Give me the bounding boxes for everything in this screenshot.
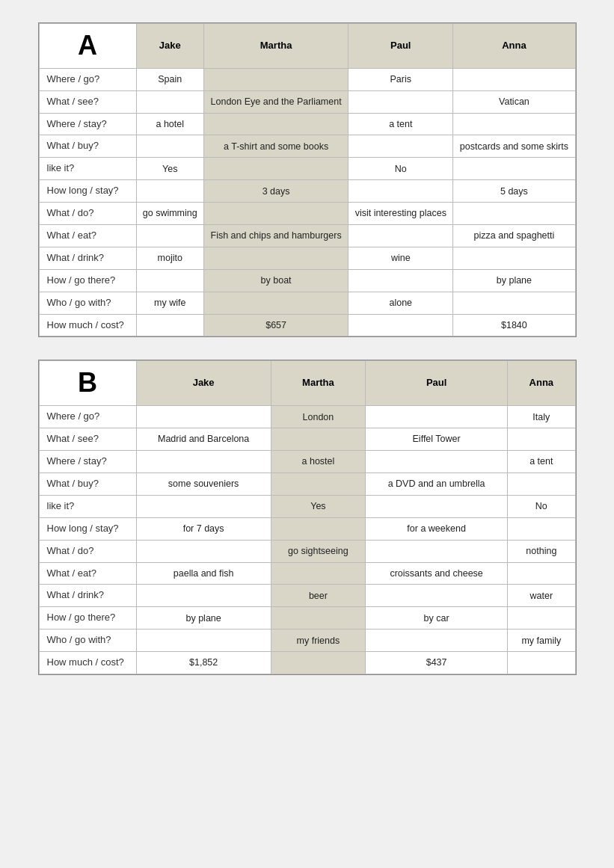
table-row: What / see?London Eye and the Parliament… <box>39 90 575 113</box>
table-b: B Jake Martha Paul Anna Where / go?Londo… <box>39 360 576 674</box>
table-row: What / eat?paella and fishcroissants and… <box>39 562 575 585</box>
cell-anna: nothing <box>508 540 575 562</box>
row-label: like it? <box>39 495 136 517</box>
cell-paul: wine <box>349 247 453 269</box>
cell-jake: a hotel <box>136 113 203 135</box>
table-b-header-paul: Paul <box>366 361 508 406</box>
cell-anna <box>508 473 575 495</box>
cell-paul <box>349 90 453 113</box>
cell-paul <box>366 406 508 428</box>
cell-paul <box>349 225 453 247</box>
cell-martha: London Eye and the Parliament <box>203 90 348 113</box>
table-row: What / do?go sightseeingnothing <box>39 540 575 562</box>
cell-martha: Fish and chips and hamburgers <box>203 225 348 247</box>
cell-martha <box>271 428 365 451</box>
cell-jake <box>136 451 271 473</box>
table-row: How long / stay?for 7 daysfor a weekend <box>39 517 575 540</box>
cell-martha <box>203 203 348 225</box>
table-a: A Jake Martha Paul Anna Where / go?Spain… <box>39 23 576 336</box>
table-row: How much / cost?$657$1840 <box>39 314 575 336</box>
cell-martha <box>203 158 348 180</box>
table-row: What / buy?some souveniersa DVD and an u… <box>39 473 575 495</box>
cell-martha: a hostel <box>271 451 365 473</box>
table-b-letter: B <box>39 361 136 406</box>
table-a-header-paul: Paul <box>349 24 453 69</box>
cell-paul: by car <box>366 607 508 630</box>
cell-anna: a tent <box>508 451 575 473</box>
cell-jake: some souveniers <box>136 473 271 495</box>
row-label: What / do? <box>39 540 136 562</box>
table-row: How / go there?by boatby plane <box>39 269 575 292</box>
cell-jake <box>136 135 203 158</box>
row-label: How long / stay? <box>39 180 136 203</box>
table-a-header-jake: Jake <box>136 24 203 69</box>
cell-martha <box>271 607 365 630</box>
cell-paul <box>366 495 508 517</box>
cell-paul <box>366 451 508 473</box>
cell-martha: my friends <box>271 630 365 652</box>
cell-martha: Yes <box>271 495 365 517</box>
cell-paul: croissants and cheese <box>366 562 508 585</box>
table-a-header-anna: Anna <box>453 24 575 69</box>
cell-paul: visit interesting places <box>349 203 453 225</box>
cell-jake: go swimming <box>136 203 203 225</box>
cell-anna: Vatican <box>453 90 575 113</box>
cell-jake <box>136 406 271 428</box>
cell-paul: alone <box>349 292 453 314</box>
cell-paul: Eiffel Tower <box>366 428 508 451</box>
cell-martha <box>203 292 348 314</box>
row-label: Where / stay? <box>39 451 136 473</box>
row-label: Who / go with? <box>39 630 136 652</box>
cell-paul <box>366 540 508 562</box>
cell-jake: Madrid and Barcelona <box>136 428 271 451</box>
cell-martha <box>203 247 348 269</box>
row-label: How / go there? <box>39 269 136 292</box>
cell-anna <box>453 158 575 180</box>
row-label: What / see? <box>39 90 136 113</box>
table-row: Where / stay?a hostela tent <box>39 451 575 473</box>
table-row: How / go there?by planeby car <box>39 607 575 630</box>
cell-jake <box>136 540 271 562</box>
cell-paul <box>349 135 453 158</box>
table-row: Where / go?LondonItaly <box>39 406 575 428</box>
cell-anna <box>508 607 575 630</box>
cell-anna <box>508 652 575 674</box>
table-a-letter: A <box>39 24 136 69</box>
cell-anna <box>453 68 575 90</box>
cell-paul <box>349 269 453 292</box>
cell-jake <box>136 585 271 607</box>
row-label: What / drink? <box>39 247 136 269</box>
row-label: What / see? <box>39 428 136 451</box>
cell-jake: $1,852 <box>136 652 271 674</box>
table-row: What / do?go swimmingvisit interesting p… <box>39 203 575 225</box>
cell-jake: my wife <box>136 292 203 314</box>
cell-paul: Paris <box>349 68 453 90</box>
row-label: How much / cost? <box>39 652 136 674</box>
table-row: How much / cost?$1,852$437 <box>39 652 575 674</box>
table-b-header-anna: Anna <box>508 361 575 406</box>
table-row: Who / go with?my wifealone <box>39 292 575 314</box>
cell-paul: $437 <box>366 652 508 674</box>
table-a-header-martha: Martha <box>203 24 348 69</box>
row-label: What / drink? <box>39 585 136 607</box>
cell-paul <box>366 630 508 652</box>
cell-jake <box>136 269 203 292</box>
cell-anna <box>453 292 575 314</box>
cell-jake <box>136 314 203 336</box>
row-label: How much / cost? <box>39 314 136 336</box>
cell-jake: for 7 days <box>136 517 271 540</box>
cell-paul: a DVD and an umbrella <box>366 473 508 495</box>
cell-paul: a tent <box>349 113 453 135</box>
cell-anna: Italy <box>508 406 575 428</box>
table-row: like it?YesNo <box>39 158 575 180</box>
cell-paul <box>349 314 453 336</box>
cell-martha: London <box>271 406 365 428</box>
cell-anna <box>508 428 575 451</box>
table-row: like it?YesNo <box>39 495 575 517</box>
cell-jake: Spain <box>136 68 203 90</box>
cell-jake <box>136 90 203 113</box>
row-label: What / buy? <box>39 473 136 495</box>
table-row: Who / go with?my friendsmy family <box>39 630 575 652</box>
cell-jake <box>136 495 271 517</box>
row-label: How / go there? <box>39 607 136 630</box>
